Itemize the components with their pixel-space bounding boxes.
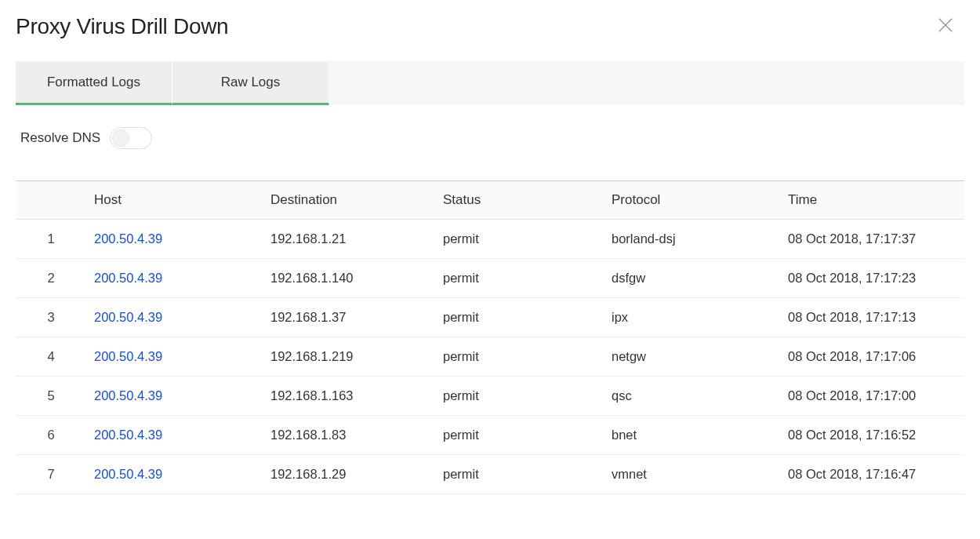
cell-destination: 192.168.1.29 — [263, 455, 435, 494]
cell-index: 1 — [16, 220, 86, 259]
col-header-status[interactable]: Status — [435, 181, 604, 220]
cell-status: permit — [435, 298, 604, 337]
cell-index: 6 — [16, 416, 86, 455]
table-row: 4 200.50.4.39 192.168.1.219 permit netgw… — [16, 337, 964, 377]
cell-status: permit — [435, 259, 604, 298]
cell-protocol: ipx — [604, 298, 780, 337]
cell-index: 4 — [16, 337, 86, 377]
cell-status: permit — [435, 220, 604, 259]
cell-time: 08 Oct 2018, 17:17:13 — [780, 298, 964, 337]
table-header-row: Host Destination Status Protocol Time — [16, 181, 964, 220]
cell-time: 08 Oct 2018, 17:16:52 — [780, 416, 964, 455]
cell-time: 08 Oct 2018, 17:17:00 — [780, 377, 964, 416]
col-header-destination[interactable]: Destination — [263, 181, 435, 220]
table-row: 1 200.50.4.39 192.168.1.21 permit borlan… — [16, 220, 964, 259]
cell-destination: 192.168.1.163 — [263, 377, 435, 416]
col-header-protocol[interactable]: Protocol — [604, 181, 780, 220]
cell-index: 2 — [16, 259, 86, 298]
toggle-knob — [112, 129, 129, 147]
cell-protocol: dsfgw — [604, 259, 780, 298]
tab-raw-logs[interactable]: Raw Logs — [172, 61, 329, 105]
tab-formatted-logs[interactable]: Formatted Logs — [16, 61, 172, 105]
cell-destination: 192.168.1.37 — [263, 298, 435, 337]
cell-protocol: borland-dsj — [604, 220, 780, 259]
cell-time: 08 Oct 2018, 17:17:23 — [780, 259, 964, 298]
cell-destination: 192.168.1.219 — [263, 337, 435, 377]
cell-protocol: vmnet — [604, 455, 780, 494]
host-link[interactable]: 200.50.4.39 — [94, 349, 162, 363]
cell-time: 08 Oct 2018, 17:17:37 — [780, 220, 964, 259]
host-link[interactable]: 200.50.4.39 — [94, 428, 162, 442]
cell-status: permit — [435, 455, 604, 494]
col-header-host[interactable]: Host — [86, 181, 263, 220]
cell-protocol: netgw — [604, 337, 780, 377]
resolve-dns-label: Resolve DNS — [20, 130, 100, 146]
cell-status: permit — [435, 416, 604, 455]
cell-destination: 192.168.1.21 — [263, 220, 435, 259]
cell-index: 7 — [16, 455, 86, 494]
cell-time: 08 Oct 2018, 17:17:06 — [780, 337, 964, 377]
host-link[interactable]: 200.50.4.39 — [94, 231, 162, 246]
tab-bar: Formatted Logs Raw Logs — [16, 61, 964, 105]
cell-index: 3 — [16, 298, 86, 337]
host-link[interactable]: 200.50.4.39 — [94, 271, 162, 285]
host-link[interactable]: 200.50.4.39 — [94, 467, 162, 481]
cell-protocol: qsc — [604, 377, 780, 416]
table-row: 7 200.50.4.39 192.168.1.29 permit vmnet … — [16, 455, 964, 494]
cell-destination: 192.168.1.83 — [263, 416, 435, 455]
close-icon — [937, 16, 954, 34]
col-header-time[interactable]: Time — [780, 181, 964, 220]
cell-protocol: bnet — [604, 416, 780, 455]
cell-status: permit — [435, 337, 604, 377]
table-row: 3 200.50.4.39 192.168.1.37 permit ipx 08… — [16, 298, 964, 337]
table-row: 2 200.50.4.39 192.168.1.140 permit dsfgw… — [16, 259, 964, 298]
resolve-dns-toggle[interactable] — [110, 127, 152, 149]
table-row: 5 200.50.4.39 192.168.1.163 permit qsc 0… — [16, 377, 964, 416]
cell-destination: 192.168.1.140 — [263, 259, 435, 298]
host-link[interactable]: 200.50.4.39 — [94, 388, 162, 402]
cell-status: permit — [435, 377, 604, 416]
cell-index: 5 — [16, 377, 86, 416]
host-link[interactable]: 200.50.4.39 — [94, 310, 162, 324]
cell-time: 08 Oct 2018, 17:16:47 — [780, 455, 964, 494]
table-row: 6 200.50.4.39 192.168.1.83 permit bnet 0… — [16, 416, 964, 455]
close-button[interactable] — [935, 14, 956, 36]
col-header-index — [16, 181, 86, 220]
page-title: Proxy Virus Drill Down — [16, 14, 228, 39]
logs-table: Host Destination Status Protocol Time 1 … — [16, 180, 964, 494]
